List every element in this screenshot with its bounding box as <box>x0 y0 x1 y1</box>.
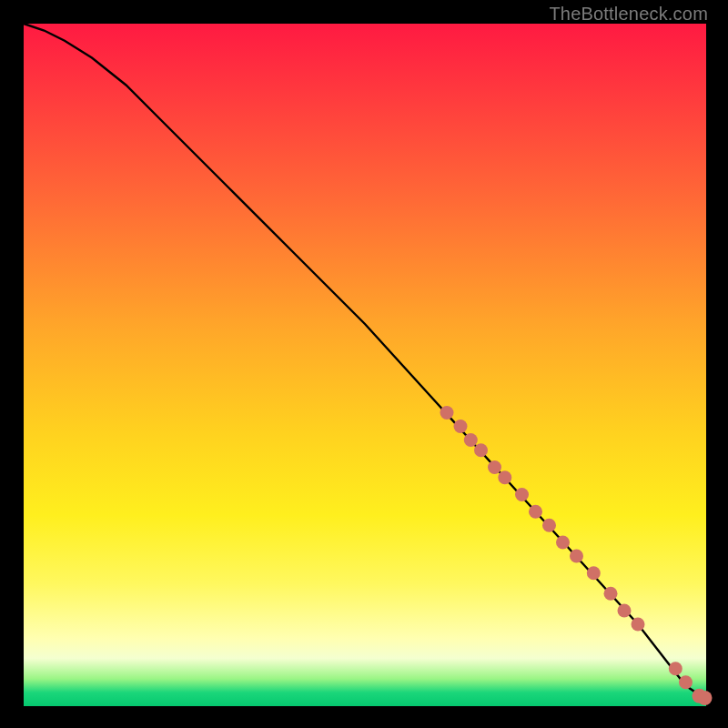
curve-dot <box>515 488 529 501</box>
chart-stage: TheBottleneck.com <box>0 0 728 728</box>
curve-dots-group <box>440 406 713 705</box>
curve-dot <box>604 587 618 601</box>
curve-dot <box>498 470 511 484</box>
curve-dot <box>474 443 488 457</box>
curve-dot <box>556 536 570 550</box>
curve-dot <box>587 566 601 580</box>
curve-dot <box>679 675 693 689</box>
bottleneck-curve <box>24 24 706 700</box>
plot-area <box>24 24 706 706</box>
curve-dot <box>698 691 713 705</box>
watermark-text: TheBottleneck.com <box>549 4 708 25</box>
curve-dot <box>464 433 478 447</box>
curve-dot <box>529 505 542 519</box>
curve-dot <box>440 406 454 420</box>
curve-dot <box>570 550 583 563</box>
curve-layer <box>24 24 706 706</box>
curve-dot <box>488 460 501 474</box>
curve-dot <box>618 604 632 618</box>
curve-dot <box>542 519 556 532</box>
curve-dot <box>454 420 468 433</box>
curve-dot <box>669 662 682 675</box>
curve-dot <box>632 618 645 632</box>
